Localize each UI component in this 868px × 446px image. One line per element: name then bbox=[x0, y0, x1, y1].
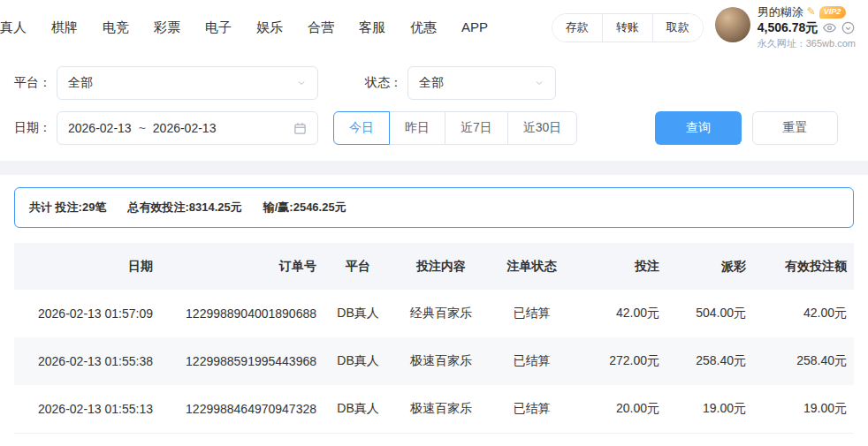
table-row: 2026-02-13 01:57:09 1229988904001890688 … bbox=[14, 290, 854, 337]
cell-bet: 42.00元 bbox=[574, 290, 666, 337]
cell-valid-bet: 258.40元 bbox=[753, 337, 854, 385]
user-name-row: 男的糊涂 ✎ VIP2 bbox=[758, 5, 856, 19]
date-separator: ~ bbox=[139, 121, 146, 135]
chevron-down-icon bbox=[296, 78, 307, 88]
cell-content: 极速百家乐 bbox=[392, 337, 490, 385]
filters-panel: 平台： 全部 状态： 全部 日期： 2026-02-13 bbox=[0, 55, 868, 161]
header-right: 存款 转账 取款 男的糊涂 ✎ VIP2 4,506.78元 bbox=[552, 5, 856, 50]
page: 真人 棋牌 电竞 彩票 电子 娱乐 合营 客服 优惠 APP 存款 转账 取款 … bbox=[0, 0, 868, 434]
status-group: 状态： 全部 bbox=[365, 66, 556, 100]
col-header-status: 注单状态 bbox=[490, 243, 574, 290]
summary-total-bets: 共计 投注:29笔 bbox=[29, 200, 106, 215]
cell-payout: 19.00元 bbox=[666, 385, 753, 433]
platform-select[interactable]: 全部 bbox=[57, 66, 318, 100]
col-header-date: 日期 bbox=[14, 243, 160, 290]
main-nav: 真人 棋牌 电竞 彩票 电子 娱乐 合营 客服 优惠 APP bbox=[0, 19, 488, 36]
cell-date: 2026-02-13 01:55:38 bbox=[14, 337, 160, 385]
col-header-order-no: 订单号 bbox=[160, 243, 324, 290]
table-body: 2026-02-13 01:57:09 1229988904001890688 … bbox=[14, 290, 854, 433]
cell-bet: 272.00元 bbox=[574, 337, 666, 385]
date-label: 日期： bbox=[14, 120, 51, 136]
nav-item-app[interactable]: APP bbox=[461, 19, 488, 36]
col-header-payout: 派彩 bbox=[666, 243, 753, 290]
summary-win-lose: 输/赢:2546.25元 bbox=[263, 200, 346, 215]
eye-icon[interactable] bbox=[823, 21, 836, 34]
summary-total-valid: 总有效投注:8314.25元 bbox=[127, 200, 241, 215]
nav-item-chess[interactable]: 棋牌 bbox=[51, 19, 78, 36]
cell-date: 2026-02-13 01:55:13 bbox=[14, 385, 160, 433]
date-range-input[interactable]: 2026-02-13 ~ 2026-02-13 bbox=[57, 111, 318, 145]
cell-status: 已结算 bbox=[490, 290, 574, 337]
cell-platform: DB真人 bbox=[324, 337, 392, 385]
section-divider bbox=[0, 161, 868, 175]
deposit-button[interactable]: 存款 bbox=[552, 14, 602, 42]
date-end: 2026-02-13 bbox=[153, 121, 217, 135]
range-30days-button[interactable]: 近30日 bbox=[507, 111, 578, 145]
range-today-button[interactable]: 今日 bbox=[333, 111, 390, 145]
table-header: 日期 订单号 平台 投注内容 注单状态 投注 派彩 有效投注额 bbox=[14, 243, 854, 290]
cell-content: 极速百家乐 bbox=[392, 385, 490, 433]
platform-label: 平台： bbox=[14, 75, 51, 91]
bets-table: 日期 订单号 平台 投注内容 注单状态 投注 派彩 有效投注额 2026-02-… bbox=[14, 243, 854, 434]
cell-payout: 258.40元 bbox=[666, 337, 753, 385]
vip-badge: VIP2 bbox=[819, 6, 847, 18]
cell-valid-bet: 19.00元 bbox=[753, 385, 854, 433]
user-info: 男的糊涂 ✎ VIP2 4,506.78元 bbox=[758, 5, 856, 50]
filter-actions: 查询 重置 bbox=[655, 111, 854, 145]
nav-item-slots[interactable]: 电子 bbox=[205, 19, 232, 36]
col-header-content: 投注内容 bbox=[392, 243, 490, 290]
balance: 4,506.78元 bbox=[758, 20, 819, 36]
cell-platform: DB真人 bbox=[324, 385, 392, 433]
username: 男的糊涂 bbox=[758, 5, 803, 19]
status-label: 状态： bbox=[365, 75, 402, 91]
wallet-actions: 存款 转账 取款 bbox=[552, 13, 704, 42]
calendar-icon bbox=[293, 122, 307, 135]
results-card: 共计 投注:29笔 总有效投注:8314.25元 输/赢:2546.25元 日期… bbox=[0, 175, 868, 434]
col-header-valid-bet: 有效投注额 bbox=[753, 243, 854, 290]
nav-item-support[interactable]: 客服 bbox=[359, 19, 385, 36]
filter-row-selects: 平台： 全部 状态： 全部 bbox=[14, 66, 854, 100]
cell-date: 2026-02-13 01:57:09 bbox=[14, 290, 160, 337]
table-row: 2026-02-13 01:55:38 1229988591995443968 … bbox=[14, 337, 854, 385]
user-cluster: 男的糊涂 ✎ VIP2 4,506.78元 bbox=[715, 5, 856, 50]
withdraw-button[interactable]: 取款 bbox=[652, 14, 703, 42]
nav-item-lottery[interactable]: 彩票 bbox=[154, 19, 180, 36]
reset-button[interactable]: 重置 bbox=[752, 111, 838, 145]
avatar[interactable] bbox=[715, 7, 750, 42]
status-select[interactable]: 全部 bbox=[407, 66, 556, 100]
cell-order-no: 1229988904001890688 bbox=[160, 290, 324, 337]
cell-order-no: 1229988591995443968 bbox=[160, 337, 324, 385]
range-7days-button[interactable]: 近7日 bbox=[445, 111, 508, 145]
cell-payout: 504.00元 bbox=[666, 290, 753, 337]
range-yesterday-button[interactable]: 昨日 bbox=[389, 111, 445, 145]
balance-row: 4,506.78元 bbox=[758, 20, 856, 36]
chevron-down-circle-icon[interactable] bbox=[841, 21, 855, 34]
nav-item-esports[interactable]: 电竞 bbox=[103, 19, 129, 36]
cell-status: 已结算 bbox=[490, 385, 574, 433]
nav-item-live[interactable]: 真人 bbox=[0, 19, 27, 36]
search-button[interactable]: 查询 bbox=[655, 111, 742, 145]
filter-row-date: 日期： 2026-02-13 ~ 2026-02-13 今日 昨日 近7日 近3… bbox=[14, 111, 854, 145]
nav-item-entertainment[interactable]: 娱乐 bbox=[256, 19, 283, 36]
table-row: 2026-02-13 01:55:13 1229988464970947328 … bbox=[14, 385, 854, 433]
chevron-down-icon bbox=[534, 78, 544, 88]
col-header-bet: 投注 bbox=[574, 243, 666, 290]
cell-order-no: 1229988464970947328 bbox=[160, 385, 324, 433]
cell-content: 经典百家乐 bbox=[392, 290, 490, 337]
quick-range-group: 今日 昨日 近7日 近30日 bbox=[333, 111, 577, 145]
col-header-platform: 平台 bbox=[324, 243, 392, 290]
top-header: 真人 棋牌 电竞 彩票 电子 娱乐 合营 客服 优惠 APP 存款 转账 取款 … bbox=[0, 0, 868, 55]
site-url: 永久网址：365wb.com bbox=[758, 38, 856, 50]
cell-status: 已结算 bbox=[490, 337, 574, 385]
status-select-value: 全部 bbox=[419, 75, 444, 91]
platform-select-value: 全部 bbox=[68, 75, 93, 91]
summary-bar: 共计 投注:29笔 总有效投注:8314.25元 输/赢:2546.25元 bbox=[14, 187, 854, 228]
nav-item-partnership[interactable]: 合营 bbox=[308, 19, 334, 36]
transfer-button[interactable]: 转账 bbox=[602, 14, 652, 42]
cell-bet: 20.00元 bbox=[574, 385, 666, 433]
date-start: 2026-02-13 bbox=[68, 121, 132, 135]
cell-valid-bet: 42.00元 bbox=[753, 290, 854, 337]
edit-icon[interactable]: ✎ bbox=[807, 5, 816, 19]
nav-item-promotions[interactable]: 优惠 bbox=[410, 19, 437, 36]
cell-platform: DB真人 bbox=[324, 290, 392, 337]
